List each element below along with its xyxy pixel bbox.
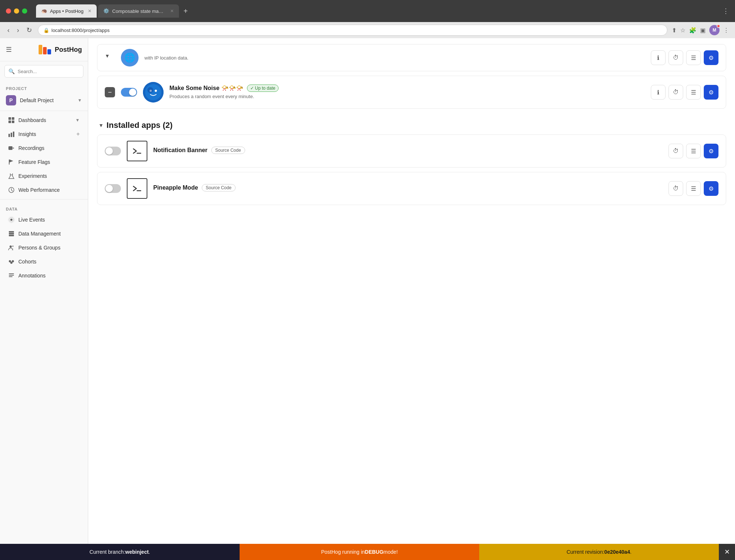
maximize-traffic-light[interactable] [22, 8, 27, 14]
close-traffic-light[interactable] [6, 8, 11, 14]
pineapple-mode-toggle-knob [105, 185, 113, 192]
make-noise-toggle[interactable] [121, 88, 137, 97]
pineapple-mode-list-button[interactable]: ☰ [686, 181, 701, 196]
sidebar-item-insights[interactable]: Insights + [2, 128, 86, 141]
minimize-traffic-light[interactable] [14, 8, 19, 14]
sidebar-item-feature-flags[interactable]: Feature Flags [2, 155, 86, 169]
notification-banner-icon-container [127, 141, 147, 161]
pineapple-mode-title: Pineapple Mode [153, 184, 198, 191]
back-button[interactable]: ‹ [6, 25, 11, 36]
sidebar-item-dashboards[interactable]: Dashboards ▼ [2, 114, 86, 127]
insights-icon [8, 131, 15, 137]
svg-rect-19 [9, 231, 14, 233]
partial-action-history[interactable]: ⏱ [668, 50, 683, 65]
svg-rect-7 [8, 134, 10, 137]
svg-rect-3 [8, 117, 11, 120]
browser-menu-icon[interactable]: ⋮ [723, 7, 729, 15]
partial-card-icon: 🌐 [121, 49, 139, 67]
browser-more-icon[interactable]: ⋮ [723, 27, 729, 34]
composable-tab-title: Composable state managemen… [112, 8, 166, 14]
make-noise-minus-button[interactable]: − [105, 87, 115, 97]
notification-banner-settings-button[interactable]: ⚙ [704, 144, 718, 158]
recordings-icon [8, 145, 15, 151]
user-avatar[interactable]: M [709, 25, 720, 35]
notification-banner-source-code-badge[interactable]: Source Code [211, 147, 245, 154]
make-noise-actions: ℹ ⏱ ☰ ⚙ [651, 85, 718, 100]
insights-plus-icon[interactable]: + [76, 131, 80, 137]
pineapple-mode-app-info: Pineapple Mode Source Code [153, 184, 663, 193]
data-section-label: DATA [0, 202, 88, 213]
sidebar-item-cohorts[interactable]: Cohorts [2, 255, 86, 268]
extensions-icon[interactable]: 🧩 [689, 27, 696, 34]
address-bar-icons: ⬆ ☆ 🧩 ▣ M ⋮ [672, 25, 729, 35]
partial-action-list[interactable]: ☰ [686, 50, 701, 65]
make-noise-history-button[interactable]: ⏱ [668, 85, 683, 100]
pineapple-mode-app-card: Pineapple Mode Source Code ⏱ ☰ ⚙ [97, 172, 726, 205]
sidebar-item-recordings[interactable]: Recordings [2, 141, 86, 155]
share-icon[interactable]: ⬆ [672, 27, 677, 34]
make-noise-settings-button[interactable]: ⚙ [704, 85, 718, 100]
partial-top-card: ▼ 🌐 with IP location data. ℹ ⏱ ☰ ⚙ [97, 44, 726, 71]
notification-banner-title: Notification Banner [153, 147, 208, 154]
partial-card-description: with IP location data. [144, 55, 189, 61]
make-noise-app-icon [143, 82, 164, 103]
partial-chevron-icon[interactable]: ▼ [105, 53, 110, 59]
partial-action-settings[interactable]: ⚙ [704, 50, 718, 65]
sidebar: ☰ PostHog 🔍 PROJECT P Default Project ▼ [0, 38, 88, 544]
svg-point-23 [12, 245, 14, 247]
project-selector[interactable]: P Default Project ▼ [0, 92, 88, 108]
svg-rect-20 [9, 233, 14, 234]
svg-rect-1 [43, 47, 47, 54]
sidebar-item-web-performance[interactable]: Web Performance [2, 183, 86, 197]
persons-groups-icon [8, 244, 15, 251]
svg-rect-28 [9, 275, 14, 276]
posthog-tab-close[interactable]: ✕ [88, 8, 92, 14]
tab-posthog[interactable]: 🦔 Apps • PostHog ✕ [36, 4, 97, 18]
data-management-label: Data Management [18, 231, 80, 237]
address-bar[interactable]: 🔒 localhost:8000/project/apps [38, 25, 667, 36]
installed-section-chevron-icon[interactable]: ▼ [98, 122, 104, 128]
make-noise-info-button[interactable]: ℹ [651, 85, 666, 100]
pineapple-mode-icon-container [127, 178, 147, 199]
composable-tab-close[interactable]: ✕ [170, 8, 174, 14]
address-bar-row: ‹ › ↻ 🔒 localhost:8000/project/apps ⬆ ☆ … [0, 22, 735, 38]
search-input[interactable] [18, 69, 79, 74]
pineapple-mode-settings-button[interactable]: ⚙ [704, 181, 718, 196]
tab-composable[interactable]: ⚙️ Composable state managemen… ✕ [98, 4, 179, 18]
forward-button[interactable]: › [15, 25, 21, 36]
sidebar-item-live-events[interactable]: Live Events [2, 213, 86, 226]
notification-banner-toggle-knob [105, 147, 113, 155]
notification-banner-list-button[interactable]: ☰ [686, 144, 701, 158]
menu-toggle-button[interactable]: ☰ [6, 46, 12, 54]
notification-banner-actions: ⏱ ☰ ⚙ [668, 144, 718, 158]
reader-mode-icon[interactable]: ▣ [700, 27, 706, 34]
make-noise-list-button[interactable]: ☰ [686, 85, 701, 100]
make-noise-toggle-switch[interactable] [121, 88, 137, 97]
notification-banner-toggle[interactable] [105, 147, 121, 155]
partial-action-info[interactable]: ℹ [651, 50, 666, 65]
notification-banner-history-button[interactable]: ⏱ [668, 144, 683, 158]
new-tab-button[interactable]: + [180, 6, 191, 17]
make-noise-svg-icon [143, 82, 164, 103]
sidebar-item-annotations[interactable]: Annotations [2, 269, 86, 282]
svg-point-34 [147, 87, 153, 93]
make-noise-toggle-knob [129, 89, 136, 96]
pineapple-mode-toggle[interactable] [105, 184, 121, 193]
sidebar-item-experiments[interactable]: Experiments [2, 169, 86, 183]
browser-chrome: 🦔 Apps • PostHog ✕ ⚙️ Composable state m… [0, 0, 735, 22]
browser-tabs: 🦔 Apps • PostHog ✕ ⚙️ Composable state m… [36, 4, 718, 18]
pineapple-mode-history-button[interactable]: ⏱ [668, 181, 683, 196]
svg-rect-2 [47, 49, 51, 54]
sidebar-item-persons-groups[interactable]: Persons & Groups [2, 241, 86, 254]
pineapple-mode-toggle-switch[interactable] [105, 184, 121, 193]
pineapple-mode-source-code-badge[interactable]: Source Code [202, 184, 236, 191]
sidebar-item-data-management[interactable]: Data Management [2, 227, 86, 240]
search-bar[interactable]: 🔍 [4, 65, 83, 78]
live-events-label: Live Events [18, 217, 80, 223]
reload-button[interactable]: ↻ [25, 25, 33, 36]
svg-rect-8 [11, 133, 12, 137]
web-performance-icon [8, 187, 15, 193]
status-bar-close-button[interactable]: ✕ [719, 544, 735, 560]
bookmark-icon[interactable]: ☆ [680, 27, 685, 34]
notification-banner-toggle-switch[interactable] [105, 147, 121, 155]
